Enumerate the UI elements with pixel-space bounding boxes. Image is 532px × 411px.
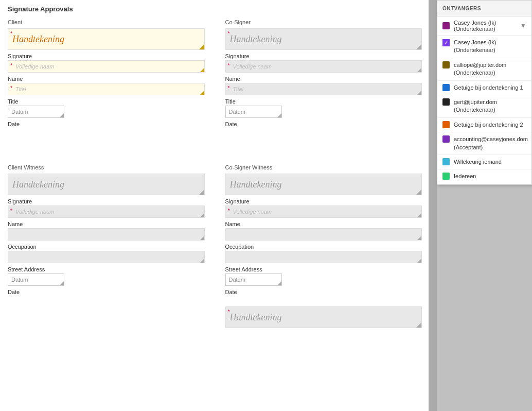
csw-sig-input[interactable]: * Volledige naam xyxy=(225,206,422,218)
dropdown-item[interactable]: Willekeurig iemand xyxy=(437,155,531,169)
cw-sig-name-field: Signature * Volledige naam xyxy=(8,198,205,218)
client-date-corner xyxy=(60,113,64,117)
cw-street-field: Street Address Datum xyxy=(8,266,205,286)
cw-occupation-field: Occupation xyxy=(8,244,205,263)
csw-sig-input-corner xyxy=(417,213,421,217)
dropdown-item-text: calliope@jupiter.dom(Ondertekenaar) xyxy=(454,61,506,77)
chevron-down-icon: ▼ xyxy=(520,22,526,29)
csw-label: Co-Signer Witness xyxy=(225,164,422,170)
csw-name-field: Name xyxy=(225,221,422,241)
checkbox-icon xyxy=(442,39,450,46)
dropdown-item[interactable]: Casey Jones (Ik)(Ondertekenaar) xyxy=(437,36,531,58)
cosigner-signature-box[interactable]: * Handtekening xyxy=(225,28,422,50)
client-witness-section: Client Witness Handtekening Signature * … xyxy=(8,164,205,331)
cw-sig-input[interactable]: * Volledige naam xyxy=(8,206,205,218)
csw-extra-sig-corner xyxy=(416,322,421,328)
cw-date-corner xyxy=(60,281,64,285)
color-dot xyxy=(442,173,450,180)
cw-occupation-input[interactable] xyxy=(8,251,205,263)
color-dot xyxy=(442,61,450,68)
client-name-placeholder: Titel xyxy=(15,86,26,92)
csw-street-field: Street Address Datum xyxy=(225,266,422,286)
client-section: Client * Handtekening Signature * Volled… xyxy=(8,19,205,128)
cosigner-sig-label: Signature xyxy=(225,53,422,59)
cosigner-witness-section: Co-Signer Witness Handtekening Signature… xyxy=(225,164,422,331)
cosigner-title-field: Title Datum xyxy=(225,98,422,118)
client-witness-label: Client Witness xyxy=(8,164,205,170)
dropdown-item[interactable]: Iedereen xyxy=(437,169,531,184)
client-sig-name-field: Signature * Volledige naam xyxy=(8,53,205,73)
csw-occupation-label: Occupation xyxy=(225,244,422,250)
dropdown-item[interactable]: Getuige bij ondertekening 1 xyxy=(437,81,531,95)
cw-sig-required: * xyxy=(10,208,12,214)
csw-date-text: Datum xyxy=(229,277,245,283)
cosigner-date-text: Datum xyxy=(229,109,245,115)
page-title: Signature Approvals xyxy=(8,5,422,13)
dropdown-header: ONTVANGERS xyxy=(437,1,531,16)
cosigner-name-input[interactable]: * Titel xyxy=(225,83,422,95)
csw-extra-sig-box[interactable]: * Handtekening xyxy=(225,306,422,328)
csw-date-corner xyxy=(277,281,281,285)
color-dot xyxy=(442,98,450,106)
cosigner-date-label: Date xyxy=(225,121,422,127)
client-sig-text: Handtekening xyxy=(12,34,64,45)
dropdown-selected-item[interactable]: Casey Jones (Ik)(Ondertekenaar) ▼ xyxy=(437,16,531,36)
csw-sig-text: Handtekening xyxy=(230,179,282,190)
client-sig-placeholder: Volledige naam xyxy=(15,63,54,70)
csw-extra-sig-required: * xyxy=(228,309,230,315)
cosigner-signature-field: * Handtekening xyxy=(225,28,422,50)
cw-street-label: Street Address xyxy=(8,266,205,272)
dropdown-item-text: Casey Jones (Ik)(Ondertekenaar) xyxy=(454,39,496,55)
client-date-input[interactable]: Datum xyxy=(8,106,64,118)
cw-occupation-label: Occupation xyxy=(8,244,205,250)
client-title-label: Title xyxy=(8,98,205,105)
csw-date-input[interactable]: Datum xyxy=(225,273,282,286)
client-name-input[interactable]: * Titel xyxy=(8,83,205,95)
recipients-dropdown: ONTVANGERS Casey Jones (Ik)(Ondertekenaa… xyxy=(437,0,532,185)
client-date-text: Datum xyxy=(11,109,28,115)
client-signature-field: * Handtekening xyxy=(8,28,205,50)
client-signature-box[interactable]: * Handtekening xyxy=(8,28,205,50)
cw-signature-field: Handtekening xyxy=(8,174,205,195)
client-name-corner xyxy=(200,91,204,95)
csw-signature-field: Handtekening xyxy=(225,174,422,195)
cw-name-corner xyxy=(200,236,204,240)
cw-name-input[interactable] xyxy=(8,228,205,241)
dropdown-item[interactable]: Getuige bij ondertekening 2 xyxy=(437,118,531,132)
dropdown-item-text: gert@jupiter.dom(Ondertekenaar) xyxy=(454,98,497,114)
cosigner-section: Co-Signer * Handtekening Signature * Vol… xyxy=(225,19,422,128)
cw-sig-label: Signature xyxy=(8,198,205,204)
client-name-required: * xyxy=(10,85,12,91)
cw-occupation-corner xyxy=(200,259,204,263)
cosigner-name-required: * xyxy=(228,85,230,91)
cosigner-sig-placeholder: Volledige naam xyxy=(233,63,272,70)
client-sig-input[interactable]: * Volledige naam xyxy=(8,60,205,73)
cosigner-sig-input-corner xyxy=(417,68,421,72)
cosigner-sig-name-field: Signature * Volledige naam xyxy=(225,53,422,73)
client-title-field: Title Datum xyxy=(8,98,205,118)
client-name-field: Name * Titel xyxy=(8,76,205,95)
color-dot xyxy=(442,84,450,91)
csw-date-label: Date xyxy=(225,289,422,295)
cosigner-name-field: Name * Titel xyxy=(225,76,422,95)
csw-street-label: Street Address xyxy=(225,266,422,272)
dropdown-item[interactable]: gert@jupiter.dom(Ondertekenaar) xyxy=(437,95,531,118)
dropdown-item[interactable]: accounting@caseyjones.dom(Acceptant) xyxy=(437,132,531,155)
cosigner-sig-input[interactable]: * Volledige naam xyxy=(225,60,422,73)
dropdown-item-text: Getuige bij ondertekening 2 xyxy=(454,121,523,129)
csw-sig-label: Signature xyxy=(225,198,422,204)
csw-occupation-input[interactable] xyxy=(225,251,422,263)
cw-date-input[interactable]: Datum xyxy=(8,273,64,286)
dropdown-item[interactable]: calliope@jupiter.dom(Ondertekenaar) xyxy=(437,58,531,81)
dropdown-item-text: accounting@caseyjones.dom(Acceptant) xyxy=(454,135,528,151)
dropdown-title: ONTVANGERS xyxy=(442,6,481,11)
cosigner-sig-name-required: * xyxy=(228,62,230,68)
csw-sig-placeholder: Volledige naam xyxy=(233,209,272,215)
cosigner-date-input[interactable]: Datum xyxy=(225,106,282,118)
csw-name-label: Name xyxy=(225,221,422,227)
cw-signature-box[interactable]: Handtekening xyxy=(8,174,205,195)
csw-name-input[interactable] xyxy=(225,228,422,241)
scrollbar[interactable] xyxy=(429,0,437,411)
csw-signature-box[interactable]: Handtekening xyxy=(225,174,422,195)
cosigner-label: Co-Signer xyxy=(225,19,422,25)
